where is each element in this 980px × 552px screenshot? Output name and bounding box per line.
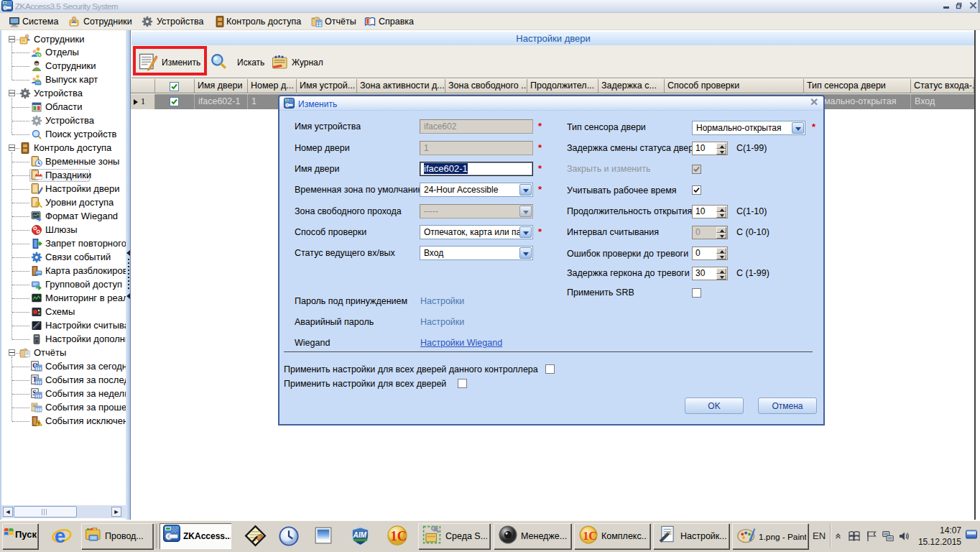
svg-text:AIM: AIM — [352, 531, 366, 539]
svg-text:e: e — [55, 525, 65, 547]
svg-text:1С: 1С — [583, 530, 597, 543]
svg-text:1С: 1С — [391, 529, 407, 543]
